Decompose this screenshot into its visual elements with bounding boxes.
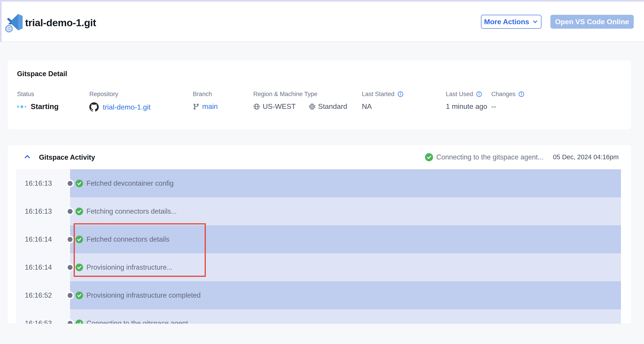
field-last-started: Last Started NA: [362, 91, 404, 111]
check-circle-icon: [76, 180, 83, 187]
log-row[interactable]: 16:16:14 Provisioning infrastructure...: [8, 253, 631, 281]
chevron-down-icon: [532, 18, 538, 25]
window-left-edge: [0, 0, 2, 42]
log-message: Provisioning infrastructure...: [86, 264, 172, 272]
last-used-label: Last Used: [446, 91, 473, 98]
timeline-dot-icon: [66, 236, 74, 243]
check-circle-icon: [76, 208, 83, 215]
globe-badge-icon: [4, 24, 14, 33]
timeline-dot-icon: [66, 208, 74, 215]
timeline-dot-icon: [66, 292, 74, 299]
info-icon[interactable]: [476, 91, 482, 97]
status-value: Starting: [31, 102, 59, 111]
starting-status-icon: [17, 105, 26, 108]
changes-label: Changes: [491, 91, 516, 98]
activity-header: Gitspace Activity Connecting to the gits…: [8, 145, 631, 169]
page-header: trial-demo-1.git More Actions Open VS Co…: [0, 0, 644, 42]
vscode-gitspace-logo: [5, 13, 24, 33]
log-timestamp: 16:16:14: [8, 253, 70, 281]
log-timestamp: 16:16:14: [8, 225, 70, 253]
log-message: Fetching connectors details...: [86, 208, 177, 216]
last-started-label: Last Started: [362, 91, 394, 98]
gitspace-activity-card: Gitspace Activity Connecting to the gits…: [7, 145, 632, 324]
field-repository: Repository trial-demo-1.git: [89, 91, 150, 112]
activity-current-status: Connecting to the gitspace agent...: [436, 153, 544, 161]
open-vscode-online-button[interactable]: Open VS Code Online: [550, 15, 634, 29]
check-circle-icon: [76, 264, 83, 271]
info-icon[interactable]: [398, 91, 404, 97]
activity-title: Gitspace Activity: [39, 154, 95, 162]
changes-value: --: [491, 102, 524, 111]
branch-link[interactable]: main: [202, 102, 218, 111]
last-used-value: 1 minute ago: [446, 102, 487, 111]
field-changes: Changes --: [491, 91, 524, 111]
more-actions-button[interactable]: More Actions: [481, 15, 542, 29]
status-label: Status: [17, 91, 59, 98]
log-message: Connecting to the gitspace agent: [86, 319, 188, 324]
log-message: Fetched connectors details: [86, 236, 170, 244]
last-started-value: NA: [362, 102, 404, 111]
activity-date: 05 Dec, 2024 04:16pm: [553, 154, 619, 161]
log-timestamp: 16:16:52: [8, 281, 70, 309]
window-top-edge: [0, 0, 644, 2]
check-circle-icon: [76, 320, 83, 324]
machine-type-value: Standard: [318, 102, 347, 111]
github-icon: [89, 102, 99, 112]
activity-log: 16:16:13 Fetched devcontainer config 16:…: [8, 169, 631, 324]
timeline-dot-icon: [66, 264, 74, 271]
log-timestamp: 16:16:13: [8, 169, 70, 197]
open-vscode-online-label: Open VS Code Online: [555, 18, 629, 26]
log-message: Fetched devcontainer config: [86, 180, 174, 188]
region-value: US-WEST: [263, 102, 296, 111]
more-actions-label: More Actions: [484, 18, 529, 26]
git-branch-icon: [193, 103, 200, 110]
log-row[interactable]: 16:16:14 Fetched connectors details: [8, 225, 631, 253]
chevron-up-icon[interactable]: [24, 153, 31, 160]
page-title: trial-demo-1.git: [25, 17, 96, 29]
gitspace-detail-title: Gitspace Detail: [17, 70, 67, 78]
log-row[interactable]: 16:16:53 Connecting to the gitspace agen…: [8, 309, 631, 324]
field-last-used: Last Used 1 minute ago: [446, 91, 487, 111]
repository-link[interactable]: trial-demo-1.git: [103, 103, 150, 111]
check-circle-icon: [76, 236, 83, 243]
repository-label: Repository: [89, 91, 150, 98]
gitspace-detail-card: Gitspace Detail Status Starting Reposito…: [7, 60, 632, 130]
log-row[interactable]: 16:16:52 Provisioning infrastructure com…: [8, 281, 631, 309]
activity-log-rows: 16:16:13 Fetched devcontainer config 16:…: [8, 169, 631, 324]
info-icon[interactable]: [518, 91, 524, 97]
globe-icon: [253, 103, 260, 110]
field-status: Status Starting: [17, 91, 59, 111]
branch-label: Branch: [193, 91, 218, 98]
log-message: Provisioning infrastructure completed: [86, 291, 201, 300]
log-row[interactable]: 16:16:13 Fetched devcontainer config: [8, 169, 631, 197]
log-row[interactable]: 16:16:13 Fetching connectors details...: [8, 197, 631, 225]
timeline-dot-icon: [66, 180, 74, 187]
machine-type-icon: [309, 103, 316, 110]
log-timestamp: 16:16:13: [8, 197, 70, 225]
region-machine-label: Region & Machine Type: [253, 91, 347, 98]
field-branch: Branch main: [193, 91, 218, 111]
field-region-machine: Region & Machine Type US-WEST Stand: [253, 91, 347, 111]
log-timestamp: 16:16:53: [8, 309, 70, 324]
check-circle-icon: [425, 153, 433, 161]
check-circle-icon: [76, 292, 83, 299]
